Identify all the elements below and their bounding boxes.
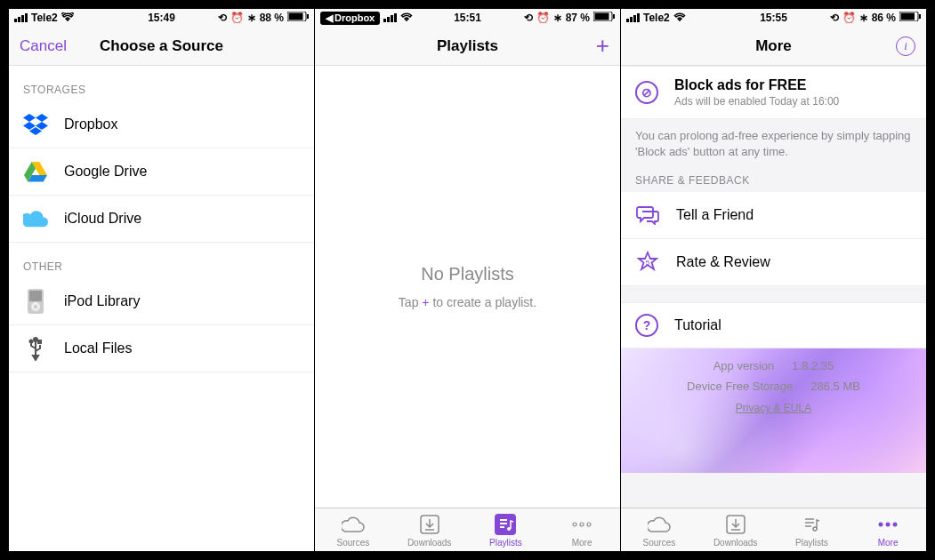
svg-point-30: [893, 522, 898, 526]
nav-bar: More i: [621, 27, 926, 66]
tab-more[interactable]: More: [544, 508, 620, 551]
orientation-icon: ⟲: [218, 12, 227, 24]
wifi-icon: [673, 12, 686, 24]
alarm-icon: ⏰: [842, 12, 856, 24]
back-to-app-button[interactable]: ◀ Dropbox: [320, 12, 380, 25]
signal-icon: [626, 13, 640, 22]
more-icon: [570, 513, 593, 536]
block-ads-title: Block ads for FREE: [674, 77, 839, 93]
privacy-link[interactable]: Privacy & EULA: [621, 396, 926, 420]
tab-bar: Sources Downloads Playlists More: [621, 508, 926, 551]
clock: 15:49: [148, 12, 175, 24]
tutorial-row[interactable]: ? Tutorial: [621, 302, 926, 348]
tell-friend-row[interactable]: Tell a Friend: [621, 192, 926, 239]
nav-bar: Cancel Choose a Source: [9, 27, 314, 66]
bluetooth-icon: ∗: [247, 12, 256, 24]
orientation-icon: ⟲: [524, 12, 533, 24]
add-playlist-button[interactable]: +: [596, 32, 609, 60]
svg-point-11: [406, 20, 407, 21]
svg-point-29: [886, 522, 891, 526]
clock: 15:55: [760, 12, 787, 24]
wifi-icon: [61, 12, 74, 24]
source-google-drive[interactable]: Google Drive: [9, 148, 314, 196]
screen-more: Tele2 15:55 ⟲ ⏰ ∗ 86 % More i ⊘ Block ad…: [621, 9, 926, 551]
download-icon: [418, 513, 441, 536]
prolong-text: You can prolong ad-free experience by si…: [621, 119, 926, 169]
block-icon: ⊘: [635, 81, 658, 104]
source-label: Google Drive: [64, 164, 147, 180]
page-title: More: [755, 37, 792, 55]
carrier-label: Tele2: [31, 12, 58, 24]
battery-icon: [287, 12, 309, 24]
nav-bar: Playlists +: [315, 27, 620, 66]
bluetooth-icon: ∗: [553, 12, 562, 24]
section-storages: STORAGES: [9, 66, 314, 101]
svg-rect-24: [919, 14, 921, 19]
storage-value: 286,5 MB: [810, 380, 860, 393]
cloud-icon: [648, 513, 671, 536]
ipod-icon: [23, 289, 48, 314]
more-content: ⊘ Block ads for FREE Ads will be enabled…: [621, 66, 926, 508]
tab-playlists[interactable]: Playlists: [774, 508, 850, 551]
tab-downloads[interactable]: Downloads: [697, 508, 774, 551]
svg-rect-10: [38, 340, 41, 343]
section-other: OTHER: [9, 243, 314, 278]
svg-point-9: [30, 340, 33, 343]
cancel-button[interactable]: Cancel: [20, 37, 67, 55]
orientation-icon: ⟲: [830, 12, 839, 24]
usb-icon: [23, 336, 48, 361]
playlist-icon: [494, 513, 517, 536]
tab-downloads[interactable]: Downloads: [391, 508, 468, 551]
playlist-icon: [800, 513, 823, 536]
tab-sources[interactable]: Sources: [315, 508, 391, 551]
item-label: Rate & Review: [676, 254, 770, 270]
source-icloud[interactable]: iCloud Drive: [9, 196, 314, 243]
screen-choose-source: Tele2 15:49 ⟲ ⏰ ∗ 88 % Cancel Choose a S…: [9, 9, 314, 551]
battery-label: 87 %: [566, 12, 590, 24]
version-value: 1.8.2.35: [792, 359, 834, 372]
source-label: Dropbox: [64, 116, 117, 132]
bluetooth-icon: ∗: [859, 12, 868, 24]
source-label: Local Files: [64, 340, 132, 356]
signal-icon: [383, 13, 397, 22]
svg-point-0: [67, 20, 69, 21]
status-bar: Tele2 15:49 ⟲ ⏰ ∗ 88 %: [9, 9, 314, 27]
tab-playlists[interactable]: Playlists: [468, 508, 544, 551]
page-title: Choose a Source: [100, 37, 223, 55]
svg-point-20: [587, 523, 591, 526]
info-icon: i: [896, 36, 915, 56]
svg-point-18: [573, 523, 576, 526]
source-ipod[interactable]: iPod Library: [9, 278, 314, 325]
block-ads-row[interactable]: ⊘ Block ads for FREE Ads will be enabled…: [621, 66, 926, 119]
item-label: Tutorial: [674, 317, 721, 333]
battery-icon: [593, 12, 615, 24]
tab-sources[interactable]: Sources: [621, 508, 697, 551]
wifi-icon: [400, 12, 413, 24]
storage-label: Device Free Storage: [687, 380, 793, 393]
playlist-empty: No Playlists Tap + to create a playlist.: [315, 66, 620, 508]
battery-label: 86 %: [872, 12, 896, 24]
rate-review-row[interactable]: 5 Rate & Review: [621, 239, 926, 286]
chat-icon: [635, 203, 660, 228]
tab-more[interactable]: More: [850, 508, 926, 551]
info-button[interactable]: i: [896, 36, 915, 56]
status-bar: ◀ Dropbox 15:51 ⟲ ⏰ ∗ 87 %: [315, 9, 620, 27]
svg-rect-2: [289, 13, 303, 20]
more-icon: [876, 513, 899, 536]
carrier-label: Tele2: [643, 12, 670, 24]
question-icon: ?: [635, 314, 658, 337]
page-title: Playlists: [437, 37, 498, 55]
battery-label: 88 %: [260, 12, 284, 24]
svg-rect-14: [613, 14, 615, 19]
star-icon: 5: [635, 250, 660, 275]
source-dropbox[interactable]: Dropbox: [9, 101, 314, 148]
item-label: Tell a Friend: [676, 207, 754, 223]
icloud-icon: [23, 206, 48, 231]
source-label: iPod Library: [64, 293, 140, 309]
signal-icon: [14, 13, 28, 22]
block-ads-sub: Ads will be enabled Today at 16:00: [674, 95, 839, 108]
cloud-icon: [342, 513, 365, 536]
battery-icon: [899, 12, 921, 24]
svg-rect-23: [901, 13, 915, 20]
source-local-files[interactable]: Local Files: [9, 325, 314, 372]
